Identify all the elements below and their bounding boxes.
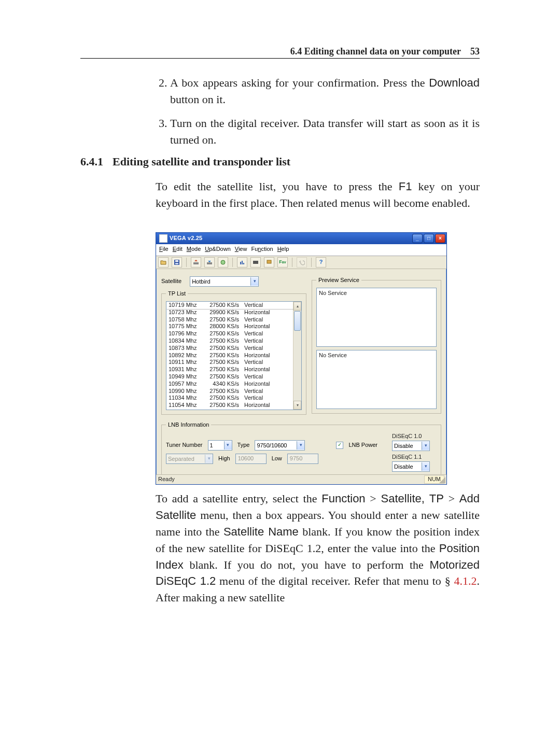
satellite-label: Satellite xyxy=(161,277,181,286)
satellite-input[interactable] xyxy=(190,277,250,286)
chevron-down-icon[interactable]: ▾ xyxy=(224,441,232,449)
scroll-thumb[interactable] xyxy=(294,311,301,331)
tp-cell: Vertical xyxy=(244,316,275,323)
upload-stb-icon[interactable] xyxy=(191,257,201,268)
tp-row[interactable]: 11054 Mhz27500 KS/sHorizontal xyxy=(166,402,293,409)
menu-mode[interactable]: Mode xyxy=(187,245,201,255)
scroll-up-icon[interactable]: ▴ xyxy=(293,302,301,311)
separated-combo: ▾ xyxy=(166,454,213,464)
diseqc10-input[interactable] xyxy=(393,441,422,451)
scroll-down-icon[interactable]: ▾ xyxy=(293,401,301,410)
tp-row[interactable]: 10931 Mhz27500 KS/sHorizontal xyxy=(166,366,293,373)
menu-bar[interactable]: File Edit Mode Up&Down View Function Hel… xyxy=(156,244,446,256)
separated-input xyxy=(166,454,205,463)
tuner-number-combo[interactable]: ▾ xyxy=(208,440,232,451)
chart-icon[interactable] xyxy=(237,257,247,268)
maximize-button[interactable]: □ xyxy=(424,234,434,243)
step-3: Turn on the digital receiver. Data trans… xyxy=(170,115,480,148)
satellite-name-field-text: Satellite Name xyxy=(223,525,299,538)
step-3-text: Turn on the digital receiver. Data trans… xyxy=(170,117,480,146)
tp-list-title: TP List xyxy=(166,290,188,298)
lnb-power-checkbox[interactable] xyxy=(336,442,343,449)
undo-icon[interactable] xyxy=(297,257,307,268)
tp-row[interactable]: 11060 Mhz6510 KS/sVertical xyxy=(166,409,293,410)
tp-cell: Horizontal xyxy=(244,366,275,373)
tp-cell: 27500 KS/s xyxy=(206,402,239,409)
para-2: To add a satellite entry, select the Fun… xyxy=(156,490,480,606)
tp-cell: Vertical xyxy=(244,345,275,352)
para1-pre: To edit the satellite list, you have to … xyxy=(156,180,399,193)
tp-listbox[interactable]: 10719 Mhz27500 KS/sVertical10723 Mhz2990… xyxy=(166,301,302,410)
satellite-combo[interactable]: ▾ xyxy=(190,276,259,287)
tp-cell: 27500 KS/s xyxy=(206,373,239,381)
diseqc11-combo[interactable]: ▾ xyxy=(392,461,430,472)
tp-cell: 29900 KS/s xyxy=(206,309,239,316)
p2-t5: menu of the digital receiver. Refer that… xyxy=(216,574,454,587)
menu-help[interactable]: Help xyxy=(277,245,289,255)
section-number: 6.4.1 xyxy=(80,153,103,170)
chevron-down-icon[interactable]: ▾ xyxy=(422,442,429,450)
fav-icon[interactable]: Fav xyxy=(277,257,288,268)
lnb-info-title: LNB Information xyxy=(166,421,211,429)
tp-cell: 6510 KS/s xyxy=(206,409,239,410)
tp-row[interactable]: 10873 Mhz27500 KS/sVertical xyxy=(166,345,293,352)
diseqc11-input[interactable] xyxy=(393,462,422,471)
p2-t1: To add a satellite entry, select the xyxy=(156,492,321,505)
tp-cell: 10911 Mhz xyxy=(169,359,201,366)
tp-row[interactable]: 10892 Mhz27500 KS/sHorizontal xyxy=(166,352,293,359)
menu-function[interactable]: Function xyxy=(251,245,273,255)
save-icon[interactable] xyxy=(172,257,182,268)
chevron-down-icon[interactable]: ▾ xyxy=(422,462,429,471)
type-combo[interactable]: ▾ xyxy=(255,440,305,451)
gt1: > xyxy=(366,492,381,505)
chevron-down-icon[interactable]: ▾ xyxy=(297,441,304,449)
menu-file[interactable]: File xyxy=(159,245,169,255)
service-icon[interactable] xyxy=(264,257,274,268)
scrollbar[interactable]: ▴ ▾ xyxy=(293,302,301,410)
menu-edit[interactable]: Edit xyxy=(173,245,183,255)
tp-row[interactable]: 10775 Mhz28000 KS/sHorizontal xyxy=(166,323,293,330)
close-button[interactable]: × xyxy=(435,234,445,243)
tp-cell: 27500 KS/s xyxy=(206,395,239,402)
tp-row[interactable]: 10758 Mhz27500 KS/sVertical xyxy=(166,316,293,323)
tp-row[interactable]: 10957 Mhz4340 KS/sHorizontal xyxy=(166,381,293,388)
tuner-number-input[interactable] xyxy=(208,441,224,450)
tp-row[interactable]: 10796 Mhz27500 KS/sVertical xyxy=(166,330,293,337)
titlebar[interactable]: VEGA v2.25 _ □ × xyxy=(156,233,446,244)
tp-cell: 10892 Mhz xyxy=(169,352,201,359)
tp-cell: Vertical xyxy=(244,330,275,337)
download-stb-icon[interactable] xyxy=(204,257,215,268)
tp-cell: Vertical xyxy=(244,409,275,410)
diseqc10-combo[interactable]: ▾ xyxy=(392,441,430,451)
tp-row[interactable]: 10911 Mhz27500 KS/sVertical xyxy=(166,359,293,366)
toolbar-separator-3 xyxy=(292,258,292,267)
tp-cell: 27500 KS/s xyxy=(206,316,239,323)
tp-row[interactable]: 10723 Mhz29900 KS/sHorizontal xyxy=(166,309,293,316)
tp-row[interactable]: 10719 Mhz27500 KS/sVertical xyxy=(166,302,293,309)
tp-cell: Horizontal xyxy=(244,352,275,359)
connect-icon[interactable] xyxy=(218,257,228,268)
type-input[interactable] xyxy=(255,441,297,450)
section-title: Editing satellite and transponder list xyxy=(113,153,290,170)
preview-box-2: No Service xyxy=(316,350,437,409)
tp-row[interactable]: 10949 Mhz27500 KS/sVertical xyxy=(166,373,293,381)
stb-icon[interactable] xyxy=(250,257,261,268)
menu-view[interactable]: View xyxy=(235,245,247,255)
toolbar-separator-1 xyxy=(186,258,187,267)
open-icon[interactable] xyxy=(158,257,169,268)
tp-row[interactable]: 10990 Mhz27500 KS/sVertical xyxy=(166,388,293,395)
tp-cell: Horizontal xyxy=(244,381,275,388)
step-2-post: button on it. xyxy=(170,93,226,106)
toolbar: Fav ? xyxy=(156,256,446,269)
resize-handle-icon[interactable] xyxy=(439,477,445,483)
tp-row[interactable]: 11034 Mhz27500 KS/sVertical xyxy=(166,395,293,402)
tp-cell: 11034 Mhz xyxy=(169,395,201,402)
help-icon[interactable]: ? xyxy=(316,257,326,268)
tp-row[interactable]: 10834 Mhz27500 KS/sVertical xyxy=(166,337,293,345)
menu-updown[interactable]: Up&Down xyxy=(205,245,231,255)
minimize-button[interactable]: _ xyxy=(412,234,423,243)
step-2-text: A box appears asking for your confirmati… xyxy=(170,76,429,89)
xref-link[interactable]: 4.1.2 xyxy=(454,574,477,587)
chevron-down-icon: ▾ xyxy=(205,455,213,463)
chevron-down-icon[interactable]: ▾ xyxy=(250,277,258,286)
